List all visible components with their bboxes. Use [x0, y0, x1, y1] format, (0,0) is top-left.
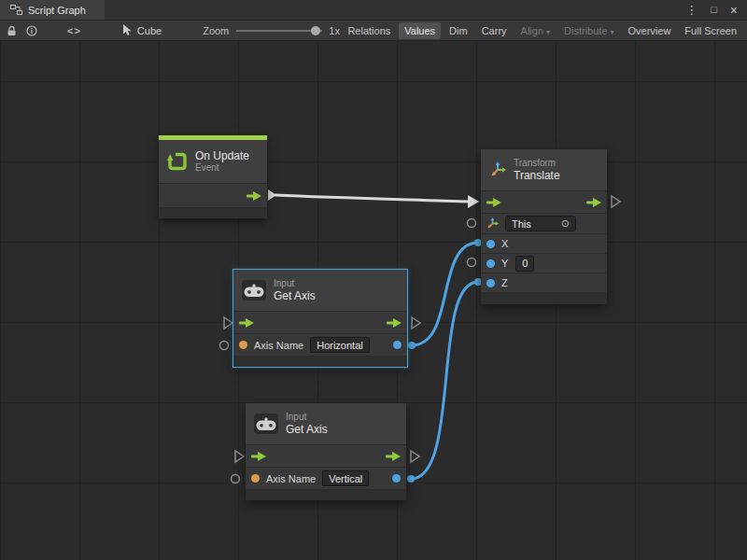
axis-name-row: Axis Name Horizontal	[233, 333, 407, 356]
node-title: On Update	[195, 149, 249, 162]
overview-button[interactable]: Overview	[623, 22, 677, 39]
value-output-port[interactable]	[393, 341, 402, 349]
target-label: Cube	[137, 25, 162, 36]
node-translate[interactable]: Transform Translate This ⊙	[481, 149, 607, 304]
tab-script-graph[interactable]: Script Graph	[0, 0, 105, 20]
node-title: Translate	[514, 169, 560, 182]
window-menu-button[interactable]: ⋮	[685, 4, 698, 16]
x-port-label: X	[501, 238, 508, 249]
gamepad-icon	[242, 280, 266, 301]
full-screen-button[interactable]: Full Screen	[679, 22, 742, 39]
control-row	[481, 190, 607, 213]
object-target-icon[interactable]: ⊙	[561, 217, 570, 230]
value-output-port[interactable]	[392, 474, 401, 483]
titlebar: Script Graph ⋮ □ ×	[0, 0, 747, 21]
node-footer	[159, 207, 267, 218]
info-icon[interactable]	[26, 25, 37, 36]
node-get-axis-horizontal[interactable]: Input Get Axis Axis Name Horizontal	[233, 270, 407, 367]
align-dropdown[interactable]: Align▾	[515, 22, 556, 39]
node-footer	[233, 356, 407, 367]
distribute-dropdown[interactable]: Distribute▾	[558, 22, 619, 39]
node-on-update[interactable]: On Update Event	[159, 135, 267, 218]
zoom-slider-track[interactable]	[236, 30, 322, 32]
node-title: Get Axis	[286, 423, 328, 436]
x-port-row: X	[481, 233, 607, 253]
node-category: Input	[274, 278, 316, 289]
node-header: Input Get Axis	[233, 270, 407, 311]
this-value: This	[512, 218, 531, 230]
zoom-slider[interactable]	[236, 25, 322, 36]
control-output-port[interactable]	[386, 452, 401, 461]
node-category: Transform	[514, 158, 560, 169]
maximize-button[interactable]: □	[711, 5, 717, 15]
control-output-port[interactable]	[247, 191, 261, 201]
close-button[interactable]: ×	[730, 4, 738, 17]
values-button[interactable]: Values	[399, 22, 441, 39]
tab-title: Script Graph	[28, 5, 86, 16]
axis-name-value-field[interactable]: Vertical	[322, 470, 369, 486]
selection-target[interactable]: Cube	[122, 24, 162, 36]
node-subtitle: Event	[195, 162, 249, 174]
control-output-port[interactable]	[387, 318, 402, 328]
code-icon[interactable]: <>	[67, 25, 81, 36]
cursor-icon	[122, 24, 133, 36]
on-update-icon	[167, 151, 188, 172]
relations-button[interactable]: Relations	[342, 22, 396, 39]
axis-name-label: Axis Name	[266, 473, 316, 484]
z-port-row: Z	[481, 273, 607, 292]
gamepad-icon	[254, 413, 278, 434]
axis-name-label: Axis Name	[254, 340, 303, 351]
axis-name-value-field[interactable]: Horizontal	[310, 337, 370, 353]
script-graph-window: Script Graph ⋮ □ × <> Cub	[0, 0, 747, 560]
axis-name-row: Axis Name Vertical	[246, 467, 406, 489]
control-row	[159, 183, 267, 207]
node-footer	[246, 489, 406, 500]
this-object-picker[interactable]: This ⊙	[505, 216, 576, 231]
node-get-axis-vertical[interactable]: Input Get Axis Axis Name Vertical	[246, 403, 406, 500]
control-row	[233, 311, 407, 333]
node-title: Get Axis	[274, 289, 316, 302]
z-input-port[interactable]	[486, 279, 495, 287]
zoom-value: 1x	[329, 25, 340, 36]
node-header: Input Get Axis	[246, 403, 406, 444]
y-input-port[interactable]	[486, 259, 495, 268]
carry-button[interactable]: Carry	[476, 22, 513, 39]
transform-icon	[489, 161, 506, 178]
graph-icon	[10, 5, 22, 15]
zoom-slider-handle[interactable]	[311, 26, 320, 35]
control-row	[246, 444, 406, 467]
control-input-port[interactable]	[239, 318, 254, 328]
control-input-port[interactable]	[486, 198, 501, 207]
y-port-row: Y 0	[481, 253, 607, 273]
chevron-down-icon: ▾	[546, 28, 550, 36]
node-category: Input	[286, 412, 328, 423]
x-input-port[interactable]	[486, 240, 495, 248]
control-output-port[interactable]	[586, 198, 601, 207]
dim-button[interactable]: Dim	[444, 22, 473, 39]
control-input-port[interactable]	[251, 452, 266, 461]
z-port-label: Z	[501, 277, 508, 288]
lock-icon[interactable]	[7, 25, 17, 36]
node-header: Transform Translate	[481, 149, 607, 190]
window-controls: ⋮ □ ×	[676, 0, 747, 20]
zoom-label: Zoom	[203, 25, 229, 36]
node-header: On Update Event	[159, 140, 267, 183]
node-footer	[481, 292, 607, 304]
chevron-down-icon: ▾	[611, 28, 614, 36]
axis-icon	[486, 217, 499, 230]
y-value-field[interactable]: 0	[515, 256, 534, 272]
axis-name-input-port[interactable]	[251, 474, 260, 483]
graph-toolbar: <> Cube Zoom 1x Relations Values Dim Car…	[0, 21, 747, 41]
this-port-row: This ⊙	[481, 213, 607, 233]
y-port-label: Y	[501, 258, 508, 269]
toolbar-buttons: Relations Values Dim Carry Align▾ Distri…	[342, 22, 747, 39]
axis-name-input-port[interactable]	[239, 341, 247, 349]
